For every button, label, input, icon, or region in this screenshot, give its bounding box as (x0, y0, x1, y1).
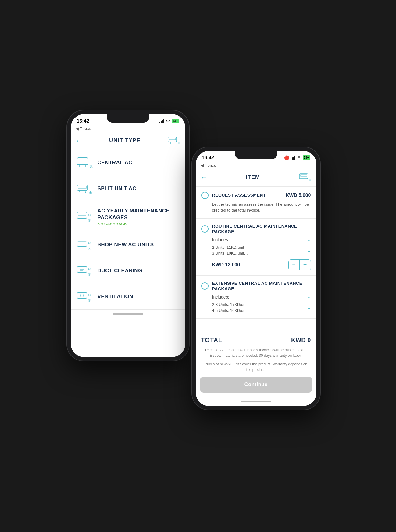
radio-request[interactable] (201, 192, 209, 199)
svg-text:❄: ❄ (309, 178, 311, 182)
phone-1-screen: 16:42 73+ ◀ Поиск ← UNIT TYPE (71, 114, 185, 357)
back-button-1[interactable]: ← (76, 136, 83, 145)
list-item-central-ac[interactable]: ❄ CENTRAL AC (71, 150, 185, 176)
duct-cleaning-icon: ❄ ❄ (76, 263, 94, 278)
ventilation-title: VENTILATION (98, 293, 134, 300)
list-item-shop-new[interactable]: ❄ ✕ SHOP NEW AC UNITS (71, 232, 185, 258)
phone-1: 16:42 73+ ◀ Поиск ← UNIT TYPE (67, 110, 189, 361)
svg-rect-10 (78, 159, 87, 162)
svg-text:❄: ❄ (177, 141, 180, 145)
notch-2 (235, 151, 277, 159)
svg-text:❄: ❄ (87, 218, 91, 223)
ac-yearly-subtitle: 5% CASHBACK (98, 222, 180, 226)
home-indicator-2 (196, 397, 316, 406)
battery-2: 73+ (303, 155, 310, 160)
nav-title-1: UNIT TYPE (109, 137, 141, 144)
central-ac-icon: ❄ (76, 156, 94, 170)
shop-new-title: SHOP NEW AC UNITS (98, 241, 154, 248)
split-ac-content: SPLIT UNIT AC (98, 185, 137, 192)
request-desc: Let the technician assess the issue. The… (201, 201, 311, 213)
list-item-duct-cleaning[interactable]: ❄ ❄ DUCT CLEANING (71, 258, 185, 284)
extensive-includes-chevron[interactable]: ⌄ (307, 294, 311, 300)
svg-text:❄: ❄ (89, 164, 93, 169)
back-button-2[interactable]: ← (201, 173, 208, 182)
list-item-ventilation[interactable]: ❄ ❄ VENTILATION (71, 284, 185, 310)
ac-yearly-icon: ❄ ❄ (76, 209, 94, 224)
request-price: KWD 5.000 (286, 193, 311, 198)
signal-icon-2 (291, 156, 295, 160)
extensive-units-text: 2-3 Units: 17KD/unit 4-5 Units: 16KD/uni… (212, 302, 248, 313)
routine-includes-chevron[interactable]: ⌄ (307, 237, 311, 243)
extensive-header: EXTENSIVE CENTRAL AC MAINTENANCE PACKAGE (201, 280, 311, 291)
extensive-units-chevron[interactable]: ⌄ (307, 305, 311, 310)
svg-rect-24 (78, 242, 86, 244)
back-label-2: ◀ Поиск (196, 162, 316, 169)
top-nav-2: ← ITEM ❄ (196, 169, 316, 187)
list-item-split-unit-ac[interactable]: ❄ SPLIT UNIT AC (71, 176, 185, 202)
item-routine-central[interactable]: ROUTINE CENTRAL AC MAINTENANCE PACKAGE I… (196, 219, 316, 276)
notch-1 (107, 114, 149, 123)
ac-nav-icon-1: ❄ (167, 135, 180, 146)
svg-rect-32 (77, 293, 87, 298)
wifi-icon-2 (297, 156, 301, 160)
svg-line-17 (85, 190, 86, 193)
radio-routine[interactable] (201, 225, 209, 233)
qty-control-routine: − + (288, 259, 311, 270)
svg-rect-4 (168, 137, 177, 142)
scene: 16:42 73+ ◀ Поиск ← UNIT TYPE (61, 98, 335, 434)
split-ac-icon: ❄ (76, 182, 94, 196)
svg-rect-15 (78, 186, 87, 188)
routine-includes-label: Includes: (212, 237, 229, 242)
svg-text:❄: ❄ (87, 293, 91, 297)
request-name: REQUEST ASSESSMENT (212, 192, 266, 198)
ac-yearly-title: AC YEARLY MAINTENANCE PACKAGES (98, 208, 180, 221)
routine-item-price: KWD 12.000 (212, 262, 240, 268)
list-item-ac-yearly[interactable]: ❄ ❄ AC YEARLY MAINTENANCE PACKAGES 5% CA… (71, 202, 185, 232)
request-header: REQUEST ASSESSMENT KWD 5.000 (201, 192, 311, 199)
battery-1: 73+ (172, 119, 179, 123)
item-request-assessment[interactable]: REQUEST ASSESSMENT KWD 5.000 Let the tec… (196, 187, 316, 219)
svg-rect-41 (300, 175, 307, 176)
nav-title-2: ITEM (246, 174, 260, 180)
routine-units-chevron[interactable]: ⌄ (307, 248, 311, 253)
svg-rect-39 (294, 156, 295, 160)
status-icons-2: 🔴 73+ (284, 155, 310, 160)
shop-new-icon: ❄ ✕ (76, 237, 94, 252)
top-nav-1: ← UNIT TYPE ❄ (71, 133, 185, 150)
continue-button[interactable]: Continue (200, 377, 312, 393)
wifi-icon-1 (166, 119, 170, 123)
central-ac-content: CENTRAL AC (98, 159, 133, 166)
ventilation-icon: ❄ ❄ (76, 289, 94, 304)
svg-text:❄: ❄ (89, 190, 92, 195)
qty-minus-routine[interactable]: − (289, 260, 300, 270)
svg-rect-38 (293, 157, 294, 160)
routine-left: ROUTINE CENTRAL AC MAINTENANCE PACKAGE (201, 223, 311, 234)
svg-rect-36 (291, 158, 291, 160)
duct-cleaning-title: DUCT CLEANING (98, 267, 142, 274)
qty-plus-routine[interactable]: + (300, 260, 311, 270)
ac-yearly-content: AC YEARLY MAINTENANCE PACKAGES 5% CASHBA… (98, 208, 180, 226)
svg-rect-20 (78, 213, 86, 215)
ventilation-content: VENTILATION (98, 293, 134, 300)
phone-2: 16:42 🔴 73+ ◀ Поиск ← ITEM (192, 147, 320, 410)
svg-rect-9 (77, 158, 88, 165)
svg-rect-3 (163, 119, 164, 123)
svg-rect-0 (159, 122, 160, 123)
split-ac-title: SPLIT UNIT AC (98, 185, 137, 192)
extensive-units: 2-3 Units: 17KD/unit 4-5 Units: 16KD/uni… (201, 302, 311, 313)
ac-nav-icon-2: ❄ (298, 172, 312, 183)
item-extensive-central[interactable]: EXTENSIVE CENTRAL AC MAINTENANCE PACKAGE… (196, 276, 316, 319)
extensive-name: EXTENSIVE CENTRAL AC MAINTENANCE PACKAGE (212, 280, 311, 291)
disclaimer-1: Prices of AC repair cover labor & invoic… (196, 346, 316, 360)
routine-price-row: KWD 12.000 − + (201, 259, 311, 270)
shop-new-content: SHOP NEW AC UNITS (98, 241, 154, 248)
status-icons-1: 73+ (159, 119, 179, 123)
time-1: 16:42 (77, 118, 89, 124)
svg-rect-37 (292, 157, 293, 160)
svg-point-33 (80, 294, 84, 297)
item-footer: TOTAL KWD 0 Prices of AC repair cover la… (196, 332, 316, 406)
time-2: 16:42 (202, 155, 214, 161)
alert-icon-2: 🔴 (284, 155, 289, 160)
radio-extensive[interactable] (201, 282, 209, 290)
routine-units: 2 Units: 11KD/unit 3 Units: 10KD/unit… ⌄ (201, 244, 311, 256)
